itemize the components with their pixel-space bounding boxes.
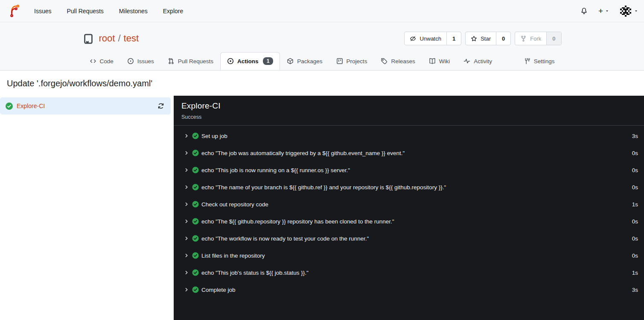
panel-job-status: Success [181,114,636,120]
tab-releases[interactable]: Releases [374,52,422,70]
repo-name-link[interactable]: test [124,33,139,44]
repo-book-icon [83,33,94,44]
step-duration: 0s [624,150,638,156]
nav-explore[interactable]: Explore [155,4,191,18]
user-menu[interactable] [620,5,638,17]
step-row[interactable]: Set up job 3s [174,127,644,144]
pull-request-icon [168,58,175,65]
tag-icon [381,58,388,65]
step-name: echo "This job's status is ${{ job.statu… [201,270,309,276]
chevron-right-icon[interactable] [184,133,189,138]
plus-icon: + [598,7,603,15]
steps-list: Set up job 3s echo "The job was automati… [174,126,644,298]
chevron-right-icon[interactable] [184,236,189,241]
tab-wiki[interactable]: Wiki [422,52,457,70]
step-row[interactable]: echo "The name of your branch is ${{ git… [174,179,644,196]
jobs-sidebar: Explore-CI [0,96,174,320]
tab-issues[interactable]: Issues [120,52,161,70]
step-row[interactable]: List files in the repository 0s [174,247,644,264]
unwatch-label: Unwatch [420,35,441,42]
step-name: List files in the repository [201,252,265,259]
nav-issues[interactable]: Issues [26,4,59,18]
chevron-right-icon[interactable] [184,219,189,224]
issue-icon [127,58,134,65]
repo-actions: Unwatch 1 Star 0 [404,32,561,45]
step-success-check-icon [192,286,199,293]
step-row[interactable]: echo "The workflow is now ready to test … [174,230,644,247]
step-row[interactable]: echo "The job was automatically triggere… [174,144,644,161]
chevron-right-icon[interactable] [184,167,189,173]
forks-count[interactable]: 0 [546,32,561,45]
step-row[interactable]: Check out repository code 1s [174,196,644,213]
job-name: Explore-CI [17,103,45,109]
step-row[interactable]: echo "The ${{ github.repository }} repos… [174,213,644,230]
step-row[interactable]: echo "This job is now running on a ${{ r… [174,161,644,179]
nav-milestones[interactable]: Milestones [111,4,155,18]
tools-icon [524,58,530,65]
step-duration: 1s [624,201,638,208]
notifications-button[interactable] [580,7,588,15]
tab-activity[interactable]: Activity [457,52,499,70]
main-nav: Issues Pull Requests Milestones Explore [26,4,191,18]
repo-header: root / test Unwatch 1 [0,22,644,70]
tab-label: Activity [474,58,492,65]
chevron-right-icon[interactable] [184,150,189,156]
step-name: echo "The name of your branch is ${{ git… [201,184,446,191]
tab-label: Settings [534,58,555,65]
fork-button[interactable]: Fork [515,32,546,45]
avatar [620,5,632,17]
step-duration: 0s [624,167,638,173]
step-success-check-icon [192,150,199,156]
tab-label: Issues [137,58,154,65]
rerun-job-button[interactable] [157,102,165,110]
step-name: echo "The job was automatically triggere… [201,150,405,156]
job-item-explore-ci[interactable]: Explore-CI [0,97,171,114]
nav-pull-requests[interactable]: Pull Requests [59,4,111,18]
eye-slash-icon [410,35,416,42]
stars-count[interactable]: 0 [496,32,510,45]
step-success-check-icon [192,167,199,173]
chevron-right-icon[interactable] [184,185,189,190]
star-icon [471,35,477,42]
job-log-panel: Explore-CI Success Set up job 3s [174,96,644,320]
step-duration: 0s [624,218,638,225]
step-row[interactable]: Complete job 3s [174,281,644,298]
watchers-count[interactable]: 1 [446,32,461,45]
chevron-right-icon[interactable] [184,202,189,207]
job-success-check-icon [6,103,13,110]
step-success-check-icon [192,269,199,276]
fork-button-group: Fork 0 [515,32,561,45]
step-success-check-icon [192,184,199,191]
job-panel-header: Explore-CI Success [174,96,644,126]
tab-actions[interactable]: Actions 1 [220,52,280,70]
top-navbar: Issues Pull Requests Milestones Explore … [0,0,644,22]
step-duration: 3s [624,133,638,139]
workflow-run-title: Update '.forgejo/workflows/demo.yaml' [0,70,644,96]
sync-icon [157,103,164,109]
chevron-right-icon[interactable] [184,287,189,292]
chevron-right-icon[interactable] [184,253,189,258]
repo-title-row: root / test Unwatch 1 [83,31,562,46]
tab-packages[interactable]: Packages [280,52,329,70]
chevron-right-icon[interactable] [184,270,189,275]
step-success-check-icon [192,218,199,225]
code-icon [90,58,96,65]
tab-settings[interactable]: Settings [517,52,562,70]
tab-label: Projects [347,58,367,65]
step-duration: 0s [624,184,638,191]
star-button[interactable]: Star [466,32,496,45]
tab-pull-requests[interactable]: Pull Requests [161,52,220,70]
tab-projects[interactable]: Projects [329,52,374,70]
package-icon [287,58,294,65]
step-duration: 0s [624,252,638,259]
step-success-check-icon [192,252,199,259]
step-row[interactable]: echo "This job's status is ${{ job.statu… [174,264,644,281]
tab-code[interactable]: Code [83,52,120,70]
project-board-icon [336,58,343,65]
tab-label: Code [100,58,114,65]
create-new-button[interactable]: + [598,7,609,15]
forgejo-logo[interactable] [9,4,21,18]
unwatch-button[interactable]: Unwatch [405,32,446,45]
repo-owner-link[interactable]: root [99,33,115,44]
step-name: Check out repository code [201,201,268,208]
